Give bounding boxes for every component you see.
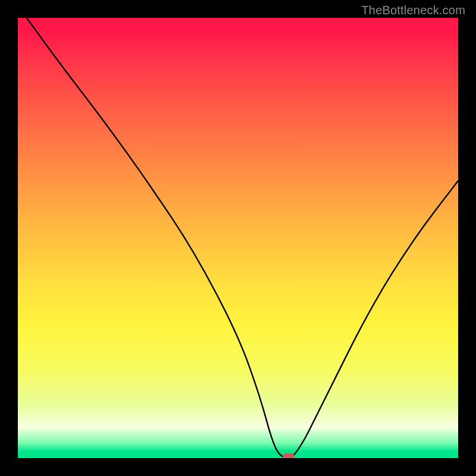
watermark-text: TheBottleneck.com [361,4,465,17]
plot-area [18,18,458,458]
chart-container: TheBottleneck.com [0,0,476,476]
bottleneck-curve [27,18,458,458]
curve-svg [18,18,458,458]
minimum-marker [283,453,295,458]
